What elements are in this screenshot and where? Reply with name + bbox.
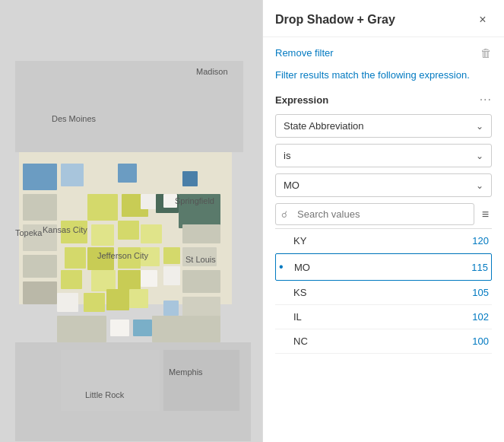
value-count: 100	[472, 335, 489, 347]
map-label-stlouis: St Louis	[185, 255, 216, 264]
value-count: 105	[472, 287, 489, 298]
svg-rect-7	[133, 320, 152, 336]
value-code: IL	[293, 311, 472, 323]
value-list-item[interactable]: KS105	[275, 281, 492, 305]
svg-rect-17	[65, 247, 86, 269]
value-count: 102	[472, 311, 489, 323]
svg-rect-20	[61, 270, 82, 289]
map-label-jeffersoncity: Jefferson City	[97, 251, 148, 260]
svg-rect-8	[163, 300, 179, 316]
svg-rect-31	[163, 266, 180, 285]
svg-rect-28	[141, 194, 156, 209]
value-dropdown-arrow: ⌄	[476, 180, 483, 191]
svg-rect-42	[57, 316, 106, 342]
remove-filter-link[interactable]: Remove filter	[275, 47, 334, 59]
svg-rect-43	[152, 316, 220, 342]
svg-rect-34	[182, 224, 220, 243]
svg-rect-16	[141, 224, 162, 243]
svg-rect-3	[23, 164, 57, 190]
value-list: KY120•MO115KS105IL102NC100	[275, 229, 492, 433]
map-area: Madison Des Moines Springfield Kansas Ci…	[0, 0, 262, 442]
svg-rect-24	[106, 289, 129, 310]
value-code: MO	[294, 262, 471, 273]
value-list-item[interactable]: KY120	[275, 229, 492, 253]
filter-panel: Drop Shadow + Gray × Remove filter 🗑 Fil…	[262, 0, 504, 442]
svg-rect-6	[182, 171, 198, 186]
svg-rect-36	[23, 194, 57, 221]
svg-rect-33	[57, 293, 78, 312]
search-input[interactable]	[275, 203, 474, 225]
remove-filter-row: Remove filter 🗑	[275, 46, 492, 59]
svg-rect-46	[163, 350, 239, 411]
value-count: 120	[472, 235, 489, 246]
value-bullet: •	[279, 260, 290, 274]
panel-header: Drop Shadow + Gray ×	[263, 0, 504, 37]
value-dropdown[interactable]: MO ⌄	[275, 173, 492, 197]
search-icon: ☌	[281, 209, 287, 220]
map-label-topeka: Topeka	[15, 228, 42, 237]
panel-title: Drop Shadow + Gray	[275, 13, 395, 27]
map-label-kansascity: Kansas City	[43, 225, 87, 234]
value-code: KS	[293, 287, 472, 298]
field-dropdown-text: State Abbreviation	[284, 120, 364, 132]
svg-rect-9	[87, 194, 118, 221]
trash-icon[interactable]: 🗑	[480, 46, 492, 59]
svg-rect-18	[91, 270, 116, 291]
search-filter-row: ☌ ≡	[275, 203, 492, 229]
value-list-item[interactable]: IL102	[275, 305, 492, 329]
value-code: NC	[293, 335, 472, 347]
expression-label: Expression	[275, 94, 328, 106]
operator-dropdown-arrow: ⌄	[476, 151, 483, 161]
map-label-desmoines: Des Moines	[52, 114, 96, 123]
svg-rect-25	[129, 289, 148, 308]
svg-rect-23	[84, 293, 105, 312]
svg-rect-45	[61, 350, 160, 411]
search-wrapper: ☌	[275, 203, 474, 225]
svg-rect-40	[182, 270, 220, 293]
map-label-madison: Madison	[196, 67, 228, 76]
svg-rect-4	[61, 164, 84, 186]
svg-rect-38	[23, 255, 57, 278]
value-list-item[interactable]: NC100	[275, 329, 492, 354]
field-dropdown[interactable]: State Abbreviation ⌄	[275, 114, 492, 138]
more-options-button[interactable]: ···	[480, 93, 492, 107]
map-label-littlerock: Little Rock	[85, 390, 124, 399]
expression-header: Expression ···	[275, 93, 492, 107]
close-button[interactable]: ×	[474, 11, 492, 29]
panel-body: Remove filter 🗑 Filter results match the…	[263, 37, 504, 442]
value-code: KY	[293, 235, 472, 246]
svg-rect-30	[141, 270, 157, 287]
field-dropdown-arrow: ⌄	[476, 121, 483, 132]
operator-dropdown-text: is	[284, 150, 290, 161]
svg-rect-32	[110, 320, 129, 336]
svg-rect-5	[118, 164, 137, 183]
svg-rect-19	[118, 270, 141, 291]
map-label-memphis: Memphis	[169, 367, 203, 377]
svg-rect-22	[163, 247, 180, 264]
value-list-item[interactable]: •MO115	[275, 253, 492, 281]
operator-dropdown[interactable]: is ⌄	[275, 144, 492, 167]
svg-rect-13	[118, 221, 139, 240]
filter-list-icon[interactable]: ≡	[479, 205, 492, 224]
svg-rect-12	[91, 224, 114, 246]
svg-rect-39	[23, 281, 57, 304]
value-count: 115	[471, 262, 488, 273]
value-dropdown-text: MO	[284, 180, 300, 191]
map-label-springfield: Springfield	[175, 196, 214, 205]
filter-description: Filter results match the following expre…	[275, 68, 492, 82]
